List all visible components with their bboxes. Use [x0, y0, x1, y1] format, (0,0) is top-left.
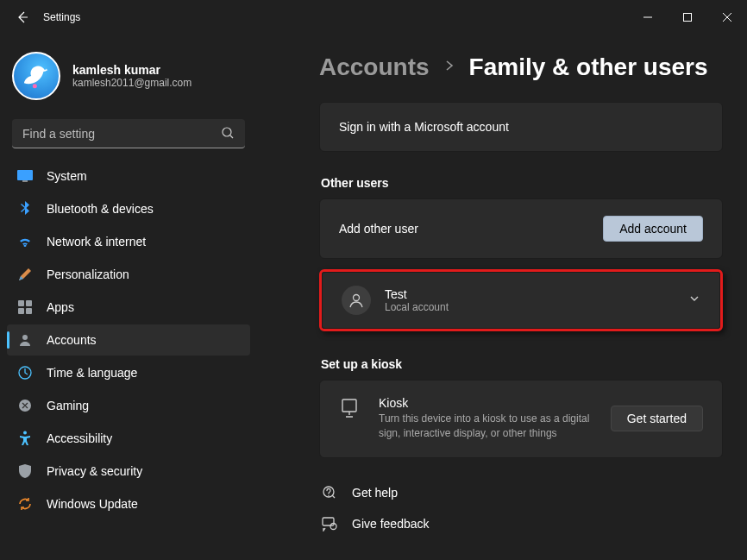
- svg-rect-5: [18, 300, 24, 306]
- add-account-button[interactable]: Add account: [603, 216, 703, 242]
- search-container: [12, 119, 245, 148]
- sidebar-item-label: Network & internet: [47, 235, 146, 249]
- signin-card[interactable]: Sign in with a Microsoft account: [319, 102, 723, 152]
- chevron-down-icon: [688, 293, 700, 308]
- svg-rect-8: [26, 308, 32, 314]
- profile-text: kamlesh kumar kamlesh2011@gmail.com: [72, 63, 191, 89]
- close-icon: [723, 13, 731, 22]
- svg-rect-3: [17, 170, 33, 180]
- sidebar-item-label: Accessibility: [47, 431, 112, 445]
- signin-label: Sign in with a Microsoft account: [339, 120, 509, 134]
- svg-rect-6: [26, 300, 32, 306]
- sidebar-item-time[interactable]: Time & language: [7, 357, 250, 388]
- sidebar-item-personalization[interactable]: Personalization: [7, 259, 250, 290]
- maximize-button[interactable]: [668, 3, 707, 31]
- sidebar-item-label: Windows Update: [47, 497, 138, 511]
- svg-point-9: [22, 335, 28, 340]
- get-help-label: Get help: [352, 486, 398, 500]
- profile-block[interactable]: kamlesh kumar kamlesh2011@gmail.com: [7, 43, 250, 116]
- titlebar: Settings: [0, 0, 747, 35]
- user-subtitle: Local account: [385, 301, 449, 313]
- svg-rect-14: [342, 400, 356, 412]
- add-user-card: Add other user Add account: [319, 198, 723, 259]
- back-button[interactable]: [7, 2, 38, 33]
- svg-rect-4: [22, 180, 28, 182]
- sidebar-item-label: Time & language: [47, 366, 137, 380]
- search-input[interactable]: [12, 119, 245, 148]
- sidebar-item-accessibility[interactable]: Accessibility: [7, 423, 250, 454]
- window-controls: [628, 3, 747, 31]
- user-avatar-icon: [342, 286, 371, 315]
- svg-point-1: [33, 84, 37, 88]
- feedback-icon: [321, 515, 338, 532]
- minimize-button[interactable]: [628, 3, 668, 31]
- add-user-label: Add other user: [339, 222, 418, 236]
- kiosk-description: Turn this device into a kiosk to use as …: [379, 412, 593, 442]
- svg-point-12: [23, 431, 27, 435]
- svg-rect-0: [684, 14, 692, 22]
- paintbrush-icon: [17, 267, 33, 282]
- give-feedback-label: Give feedback: [352, 517, 430, 531]
- svg-point-2: [223, 128, 231, 136]
- arrow-left-icon: [16, 10, 29, 24]
- avatar: [12, 52, 60, 100]
- other-users-heading: Other users: [321, 176, 723, 190]
- profile-name: kamlesh kumar: [72, 63, 191, 77]
- highlight-frame: Test Local account: [319, 269, 723, 331]
- sidebar-item-accounts[interactable]: Accounts: [7, 324, 250, 356]
- bluetooth-icon: [17, 201, 33, 217]
- page-title: Family & other users: [469, 53, 708, 81]
- maximize-icon: [683, 13, 692, 22]
- chevron-right-icon: [443, 60, 455, 75]
- sidebar-item-system[interactable]: System: [7, 160, 250, 192]
- wifi-icon: [17, 234, 33, 249]
- sidebar-item-label: System: [47, 169, 87, 183]
- kiosk-icon: [339, 398, 361, 420]
- nav-list: System Bluetooth & devices Network & int…: [7, 160, 250, 519]
- app-title: Settings: [43, 11, 80, 23]
- svg-point-13: [354, 295, 360, 301]
- minimize-icon: [643, 13, 652, 22]
- apps-icon: [17, 299, 33, 315]
- footer-links: Get help Give feedback: [319, 484, 723, 532]
- shield-icon: [17, 463, 33, 479]
- accessibility-icon: [17, 431, 33, 446]
- breadcrumb-parent[interactable]: Accounts: [319, 53, 430, 81]
- update-icon: [17, 496, 33, 512]
- gamepad-icon: [17, 398, 33, 413]
- user-name: Test: [385, 287, 449, 301]
- sidebar-item-privacy[interactable]: Privacy & security: [7, 456, 250, 487]
- help-icon: [321, 484, 338, 501]
- sidebar-item-label: Apps: [47, 300, 74, 314]
- bird-icon: [19, 59, 53, 93]
- get-help-link[interactable]: Get help: [319, 484, 723, 501]
- main-content: Accounts Family & other users Sign in wi…: [259, 35, 747, 560]
- sidebar-item-network[interactable]: Network & internet: [7, 226, 250, 257]
- sidebar-item-gaming[interactable]: Gaming: [7, 390, 250, 421]
- get-started-button[interactable]: Get started: [611, 406, 703, 431]
- sidebar-item-update[interactable]: Windows Update: [7, 488, 250, 519]
- svg-rect-16: [323, 518, 334, 525]
- sidebar-item-apps[interactable]: Apps: [7, 292, 250, 323]
- sidebar: kamlesh kumar kamlesh2011@gmail.com Syst…: [0, 35, 259, 560]
- kiosk-heading: Set up a kiosk: [321, 357, 723, 371]
- sidebar-item-label: Accounts: [47, 333, 97, 347]
- give-feedback-link[interactable]: Give feedback: [319, 515, 723, 532]
- search-icon: [221, 126, 235, 143]
- svg-rect-7: [18, 308, 24, 314]
- sidebar-item-bluetooth[interactable]: Bluetooth & devices: [7, 193, 250, 224]
- sidebar-item-label: Personalization: [47, 267, 129, 281]
- kiosk-card: Kiosk Turn this device into a kiosk to u…: [319, 380, 723, 458]
- person-icon: [17, 332, 33, 348]
- sidebar-item-label: Privacy & security: [47, 464, 142, 478]
- breadcrumb: Accounts Family & other users: [319, 53, 723, 81]
- close-button[interactable]: [707, 3, 747, 31]
- sidebar-item-label: Bluetooth & devices: [47, 202, 154, 216]
- sidebar-item-label: Gaming: [47, 399, 89, 412]
- kiosk-title: Kiosk: [379, 396, 593, 410]
- profile-email: kamlesh2011@gmail.com: [72, 77, 191, 89]
- user-card[interactable]: Test Local account: [322, 272, 720, 329]
- display-icon: [17, 168, 33, 184]
- clock-globe-icon: [17, 365, 33, 381]
